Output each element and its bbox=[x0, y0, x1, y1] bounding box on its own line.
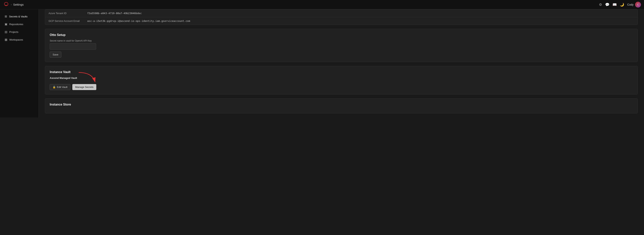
sidebar-item-workspaces[interactable]: ▦ Workspaces bbox=[2, 36, 37, 43]
lock-icon: 🔒 bbox=[52, 86, 56, 88]
azure-tenant-label: Azure Tenant ID bbox=[48, 12, 87, 15]
openai-key-input[interactable] bbox=[50, 43, 96, 50]
table-row: Azure Tenant ID f3a5598b-e043-4719-80a7-… bbox=[45, 9, 638, 17]
page-title: Settings bbox=[13, 3, 599, 6]
sidebar-item-repositories[interactable]: ▣ Repositories bbox=[2, 20, 37, 28]
gcp-email-label: GCP Service Account Email bbox=[48, 19, 87, 22]
chat-icon[interactable]: 💬 bbox=[605, 2, 610, 7]
azure-tenant-value: f3a5598b-e043-4719-80a7-49b23046bdec bbox=[87, 12, 142, 15]
app-logo[interactable] bbox=[3, 1, 9, 8]
openai-key-label: Secret name in vault for OpenAI API Key bbox=[50, 39, 633, 42]
user-name: Cody bbox=[627, 3, 634, 6]
sidebar-item-label: Projects bbox=[9, 30, 18, 33]
repositories-icon: ▣ bbox=[5, 22, 7, 26]
otto-setup-card: Otto Setup Secret name in vault for Open… bbox=[45, 29, 638, 62]
sidebar-item-projects[interactable]: ▤ Projects bbox=[2, 28, 37, 35]
main-content: Azure Tenant ID f3a5598b-e043-4719-80a7-… bbox=[39, 9, 644, 117]
table-row: GCP Service Account Email asc-a-i5et3k-p… bbox=[45, 17, 638, 25]
sidebar-item-label: Secrets & Vaults bbox=[9, 15, 28, 18]
secrets-vaults-icon: ⊠ bbox=[5, 15, 7, 18]
sidebar-item-secrets-vaults[interactable]: ⊠ Secrets & Vaults bbox=[2, 13, 37, 20]
vault-button-row: 🔒 Edit Vault Manage Secrets bbox=[50, 82, 633, 90]
sidebar: ⊠ Secrets & Vaults ▣ Repositories ▤ Proj… bbox=[0, 9, 39, 117]
instance-vault-card: Instance Vault Ascend Managed Vault 🔒 Ed… bbox=[45, 66, 638, 94]
instance-store-card: Instance Store bbox=[45, 98, 638, 113]
nav-actions: ⚙ 💬 📖 🌙 Cody C bbox=[599, 2, 641, 7]
ascend-managed-vault-label: Ascend Managed Vault bbox=[50, 76, 633, 79]
otto-setup-title: Otto Setup bbox=[50, 33, 633, 37]
sidebar-item-label: Repositories bbox=[9, 23, 23, 26]
projects-icon: ▤ bbox=[5, 30, 7, 34]
nav-chevron: › bbox=[11, 3, 12, 6]
info-table: Azure Tenant ID f3a5598b-e043-4719-80a7-… bbox=[45, 9, 638, 25]
instance-vault-title: Instance Vault bbox=[50, 70, 633, 74]
gcp-email-value: asc-a-i5et3k-pgdrvp-i@ascend-io-ops-iden… bbox=[87, 19, 190, 22]
moon-icon[interactable]: 🌙 bbox=[620, 2, 624, 7]
save-button[interactable]: Save bbox=[50, 52, 61, 58]
sidebar-item-label: Workspaces bbox=[9, 38, 23, 41]
book-icon[interactable]: 📖 bbox=[612, 2, 617, 7]
app-layout: ⊠ Secrets & Vaults ▣ Repositories ▤ Proj… bbox=[0, 9, 644, 117]
instance-store-title: Instance Store bbox=[50, 103, 633, 106]
top-navigation: › Settings ⚙ 💬 📖 🌙 Cody C bbox=[0, 0, 644, 9]
user-menu[interactable]: Cody C bbox=[627, 2, 641, 7]
settings-icon[interactable]: ⚙ bbox=[599, 2, 602, 7]
edit-vault-button[interactable]: 🔒 Edit Vault bbox=[50, 84, 70, 90]
workspaces-icon: ▦ bbox=[5, 38, 7, 41]
avatar: C bbox=[635, 2, 641, 7]
manage-secrets-button[interactable]: Manage Secrets bbox=[72, 84, 96, 90]
